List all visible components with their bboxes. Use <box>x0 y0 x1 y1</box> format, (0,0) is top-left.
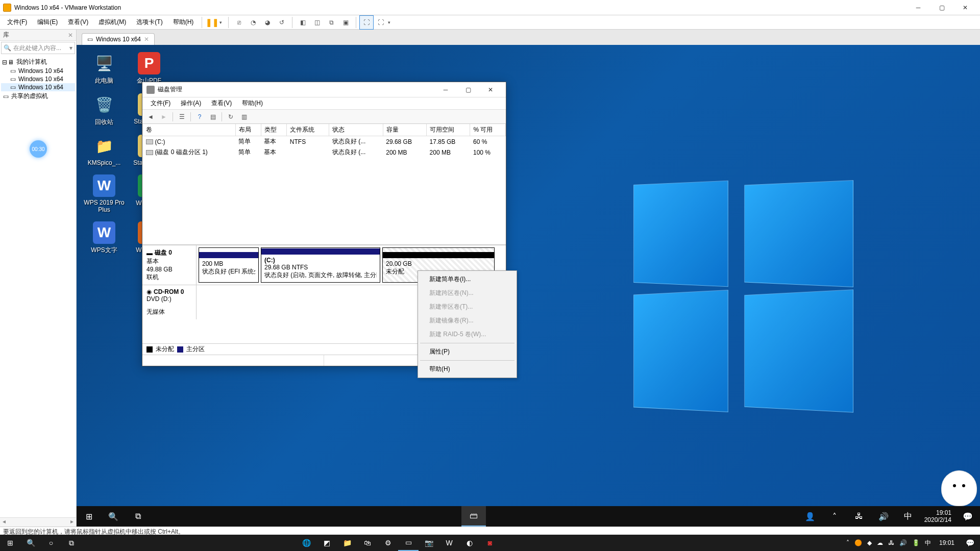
menu-tabs[interactable]: 选项卡(T) <box>131 16 167 29</box>
stretch-icon[interactable]: ⛶ <box>374 15 388 30</box>
more-icon[interactable]: ▥ <box>238 111 250 122</box>
search-button[interactable]: 🔍 <box>101 506 126 527</box>
dm-column-header[interactable]: 容量 <box>383 124 426 136</box>
dm-column-header[interactable]: 状态 <box>329 124 383 136</box>
guest-clock[interactable]: 19:01 2020/2/14 <box>920 509 955 524</box>
tree-shared[interactable]: ▭共享的虚拟机 <box>1 91 75 101</box>
desktop-icon[interactable]: 📁KMSpico_... <box>82 135 127 166</box>
dm-titlebar[interactable]: 磁盘管理 ─ ▢ ✕ <box>142 82 506 97</box>
host-app-explorer[interactable]: 📁 <box>337 535 357 551</box>
tray-network-icon[interactable]: 🖧 <box>847 506 871 527</box>
tray-up-icon[interactable]: ˄ <box>822 506 847 527</box>
vm-tab[interactable]: ▭ Windows 10 x64 ✕ <box>82 33 155 45</box>
tray-ime-icon[interactable]: 中 <box>896 506 920 527</box>
tray-icon[interactable]: 🟠 <box>854 539 862 546</box>
dm-close-button[interactable]: ✕ <box>479 83 502 97</box>
close-button[interactable]: ✕ <box>953 0 977 15</box>
menu-view[interactable]: 查看(V) <box>63 16 93 29</box>
dm-volume-row[interactable]: (磁盘 0 磁盘分区 1)简单基本状态良好 (...200 MB200 MB10… <box>143 147 506 158</box>
dm-menu-action[interactable]: 操作(A) <box>176 98 206 109</box>
tray-icon[interactable]: ◆ <box>867 539 872 546</box>
tree-vm[interactable]: ▭Windows 10 x64 <box>1 67 75 75</box>
maximize-button[interactable]: ▢ <box>930 0 953 15</box>
view-list-icon[interactable]: ☰ <box>176 111 188 122</box>
dm-menu-file[interactable]: 文件(F) <box>145 98 176 109</box>
tray-vol-icon[interactable]: 🔊 <box>899 539 907 546</box>
host-app-chrome[interactable]: 🌐 <box>296 535 316 551</box>
host-clock[interactable]: 19:01 <box>934 539 960 546</box>
dm-cdrom-info[interactable]: ◉CD-ROM 0 DVD (D:) 无媒体 <box>142 285 197 319</box>
partition-primary[interactable]: 200 MB状态良好 (EFI 系统分 <box>199 247 259 283</box>
revert-icon[interactable]: ↺ <box>275 15 289 30</box>
forward-icon[interactable]: ► <box>158 111 170 122</box>
menu-edit[interactable]: 编辑(E) <box>32 16 63 29</box>
layout3-icon[interactable]: ⧉ <box>324 15 338 30</box>
desktop-icon[interactable]: P金山PDF <box>127 52 172 85</box>
host-app-generic[interactable]: ◩ <box>316 535 337 551</box>
host-app-music[interactable]: ◙ <box>480 535 500 551</box>
desktop-icon[interactable]: 🗑️回收站 <box>82 93 127 127</box>
dm-maximize-button[interactable]: ▢ <box>457 83 479 97</box>
snapshot-icon[interactable]: ◔ <box>246 15 260 30</box>
tab-close-icon[interactable]: ✕ <box>144 36 149 43</box>
host-start-button[interactable]: ⊞ <box>0 535 20 551</box>
fullscreen-icon[interactable]: ⛶ <box>359 15 374 30</box>
dm-disk-info[interactable]: ▬磁盘 0 基本 49.88 GB 联机 <box>142 245 197 285</box>
host-app-word[interactable]: W <box>439 535 459 551</box>
taskview-button[interactable]: ⧉ <box>126 506 150 527</box>
taskbar-diskmgmt[interactable]: 🗃 <box>461 506 486 527</box>
tray-net-icon[interactable]: 🖧 <box>888 539 894 546</box>
tray-volume-icon[interactable]: 🔊 <box>871 506 896 527</box>
layout1-icon[interactable]: ◧ <box>296 15 310 30</box>
power-dropdown-icon[interactable]: ▾ <box>219 20 222 25</box>
search-dropdown-icon[interactable]: ▾ <box>69 44 72 52</box>
dm-menu-help[interactable]: 帮助(H) <box>237 98 268 109</box>
recording-timer-badge[interactable]: 00:30 <box>30 140 47 158</box>
snapshot-manager-icon[interactable]: ◕ <box>260 15 275 30</box>
ctx-item[interactable]: 帮助(H) <box>419 362 516 376</box>
scroll-right-icon[interactable]: ▸ <box>68 518 76 527</box>
host-cortana-icon[interactable]: ○ <box>41 535 61 551</box>
desktop-icon[interactable]: WWPS 2019 Pro Plus <box>82 174 127 213</box>
host-taskbar[interactable]: ⊞ 🔍 ○ ⧉ 🌐 ◩ 📁 🛍 ⚙ ▭ 📷 W ◐ ◙ ˄ 🟠 ◆ ☁ 🖧 🔊 … <box>0 535 980 551</box>
menu-help[interactable]: 帮助(H) <box>168 16 199 29</box>
dm-volume-list[interactable]: 卷布局类型文件系统状态容量可用空间% 可用 (C:)简单基本NTFS状态良好 (… <box>142 124 506 245</box>
send-ctrlaltdel-icon[interactable]: ⎚ <box>232 15 246 30</box>
refresh-icon[interactable]: ↻ <box>225 111 237 122</box>
layout2-icon[interactable]: ◫ <box>310 15 324 30</box>
tray-batt-icon[interactable]: 🔋 <box>912 539 920 546</box>
tree-vm-selected[interactable]: ▭Windows 10 x64 <box>1 83 75 91</box>
windows-desktop[interactable]: 🖥️此电脑P金山PDF🗑️回收站📄StartIsBa...📁KMSpico_..… <box>77 45 980 527</box>
start-button[interactable]: ⊞ <box>77 506 101 527</box>
guest-taskbar[interactable]: ⊞ 🔍 ⧉ 🗃 👤 ˄ 🖧 🔊 中 19:01 2020/2/14 💬 <box>77 506 980 527</box>
desktop-icon[interactable]: 🖥️此电脑 <box>82 52 127 85</box>
host-app-camera[interactable]: 📷 <box>419 535 439 551</box>
host-taskview-icon[interactable]: ⧉ <box>61 535 82 551</box>
desktop-icon[interactable]: WWPS文字 <box>82 221 127 255</box>
dm-column-header[interactable]: 可用空间 <box>427 124 470 136</box>
scroll-left-icon[interactable]: ◂ <box>0 518 8 527</box>
dm-column-header[interactable]: 卷 <box>143 124 236 136</box>
unity-icon[interactable]: ▣ <box>338 15 353 30</box>
help-icon[interactable]: ? <box>193 111 206 122</box>
tray-ime-icon[interactable]: 中 <box>925 539 931 547</box>
vm-screen[interactable]: 🖥️此电脑P金山PDF🗑️回收站📄StartIsBa...📁KMSpico_..… <box>77 45 980 527</box>
dm-column-header[interactable]: 类型 <box>261 124 286 136</box>
partition-primary[interactable]: (C:)29.68 GB NTFS状态良好 (启动, 页面文件, 故障转储, 主… <box>261 247 380 283</box>
dm-volume-row[interactable]: (C:)简单基本NTFS状态良好 (...29.68 GB17.85 GB60 … <box>143 136 506 147</box>
dm-column-header[interactable]: 文件系统 <box>287 124 329 136</box>
tray-up-icon[interactable]: ˄ <box>846 539 849 546</box>
menu-vm[interactable]: 虚拟机(M) <box>93 16 131 29</box>
tray-people-icon[interactable]: 👤 <box>798 506 822 527</box>
host-app-store[interactable]: 🛍 <box>357 535 378 551</box>
dm-menu-view[interactable]: 查看(V) <box>206 98 237 109</box>
action-center-icon[interactable]: 💬 <box>955 506 980 527</box>
dm-column-header[interactable]: 布局 <box>235 124 261 136</box>
properties-icon[interactable]: ▤ <box>207 111 219 122</box>
tree-root[interactable]: ⊟ 🖥我的计算机 <box>1 57 75 67</box>
host-tray[interactable]: ˄ 🟠 ◆ ☁ 🖧 🔊 🔋 中 <box>843 539 934 547</box>
dm-minimize-button[interactable]: ─ <box>434 83 457 97</box>
host-app-obs[interactable]: ◐ <box>459 535 480 551</box>
menu-file[interactable]: 文件(F) <box>2 16 32 29</box>
host-app-settings[interactable]: ⚙ <box>378 535 398 551</box>
